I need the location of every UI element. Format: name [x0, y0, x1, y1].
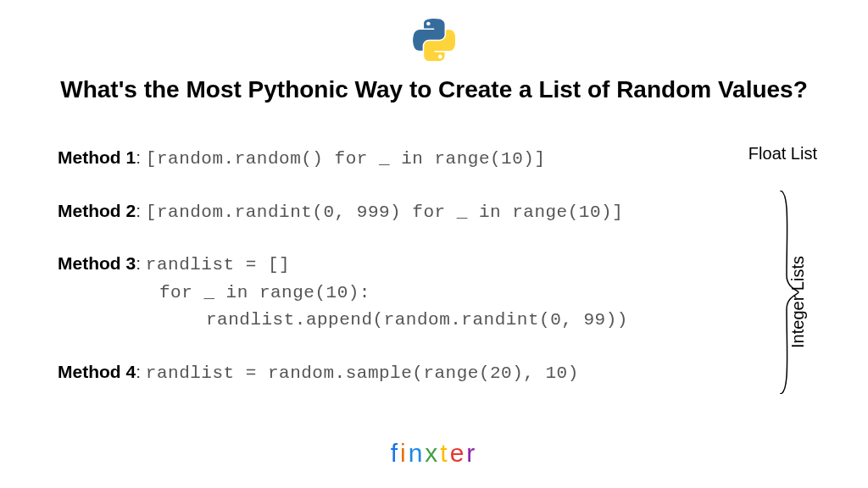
finxter-brand: finxter [391, 439, 478, 468]
colon: : [136, 147, 146, 167]
integer-lists-annotation: Integer Lists [788, 256, 808, 348]
method-3-code-line3: randlist.append(random.randint(0, 99)) [206, 307, 702, 335]
method-1: Method 1: [random.random() for _ in rang… [58, 144, 702, 174]
page-title: What's the Most Pythonic Way to Create a… [0, 76, 868, 103]
method-2-code: [random.randint(0, 999) for _ in range(1… [146, 202, 623, 222]
method-1-code: [random.random() for _ in range(10)] [146, 149, 546, 169]
method-4-code: randlist = random.sample(range(20), 10) [146, 363, 579, 383]
python-logo-icon [413, 19, 455, 64]
brand-letter: t [440, 439, 449, 467]
colon: : [136, 201, 146, 220]
colon: : [136, 253, 146, 273]
brand-letter: i [400, 439, 409, 467]
method-3-code-line1: randlist = [] [146, 255, 290, 274]
method-4: Method 4: randlist = random.sample(range… [58, 358, 702, 388]
brand-letter: r [466, 439, 477, 467]
brand-letter: x [425, 439, 440, 467]
method-2-label: Method 2 [58, 201, 136, 220]
colon: : [136, 362, 146, 381]
method-3: Method 3: randlist = [] for _ in range(1… [58, 250, 702, 335]
float-list-annotation: Float List [748, 144, 817, 164]
methods-list: Method 1: [random.random() for _ in rang… [58, 144, 702, 411]
method-2: Method 2: [random.randint(0, 999) for _ … [58, 197, 702, 227]
method-4-label: Method 4 [58, 362, 136, 381]
brand-letter: e [450, 439, 467, 467]
method-1-label: Method 1 [58, 147, 136, 167]
method-3-code-line2: for _ in range(10): [159, 280, 702, 308]
method-3-label: Method 3 [58, 253, 136, 273]
brand-letter: n [409, 439, 426, 467]
brand-letter: f [391, 439, 400, 467]
